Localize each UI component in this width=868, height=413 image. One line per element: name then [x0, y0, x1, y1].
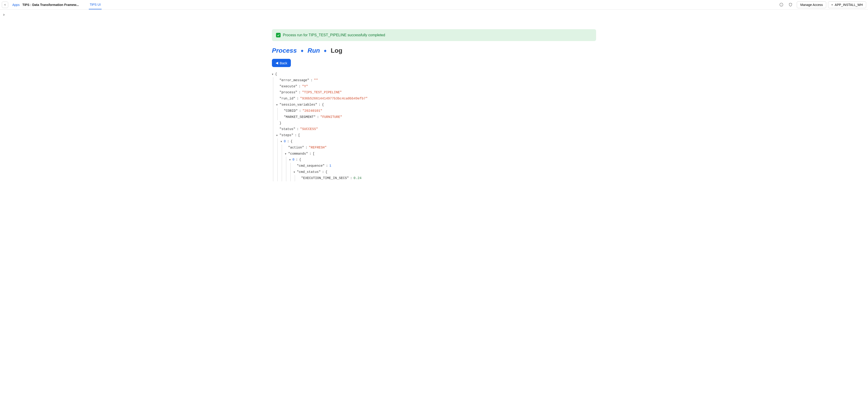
warehouse-label: APP_INSTALL_WH	[835, 3, 863, 7]
json-value: ""	[314, 77, 318, 83]
info-icon[interactable]	[779, 2, 783, 7]
json-key: "steps"	[279, 132, 293, 138]
caret-down-icon[interactable]: ▼	[285, 151, 288, 157]
check-icon	[276, 33, 281, 37]
status-dot-icon	[832, 4, 833, 5]
json-value: "936b526614414977b3bc4ca0bb49efb7"	[300, 96, 368, 102]
json-index: 0	[292, 157, 294, 163]
breadcrumb-title: TiPS : Data Transformation Framew...	[21, 3, 80, 7]
json-key: "cmd_sequence"	[297, 163, 324, 169]
json-key: "status"	[279, 126, 296, 132]
back-button-label: Back	[280, 61, 287, 65]
crumb-run[interactable]: Run	[308, 47, 320, 54]
manage-access-button[interactable]: Manage Access	[797, 1, 826, 8]
crumb-process[interactable]: Process	[272, 47, 297, 54]
caret-down-icon[interactable]: ▼	[276, 132, 279, 138]
diamond-icon: ◆	[324, 49, 327, 53]
json-key: "action"	[288, 145, 304, 151]
json-key: "cmd_status"	[297, 169, 320, 175]
nav-back-button[interactable]	[2, 2, 8, 8]
json-value: "Y"	[302, 83, 308, 90]
json-index: 0	[284, 138, 286, 145]
json-key: "process"	[279, 90, 297, 96]
json-log-viewer: ▼{ "error_message":"" "execute":"Y" "pro…	[272, 71, 596, 181]
caret-down-icon[interactable]: ▼	[276, 102, 279, 107]
json-key: "COBID"	[284, 108, 298, 114]
caret-down-icon[interactable]: ▼	[272, 71, 275, 77]
json-key: "execute"	[279, 83, 297, 90]
json-value: 0.24	[354, 175, 362, 181]
success-alert: Process run for TIPS_TEST_PIPELINE succe…	[272, 29, 596, 41]
expand-sidebar-button[interactable]	[2, 13, 6, 17]
json-value: "REFRESH"	[309, 145, 327, 151]
chevron-left-icon	[4, 3, 6, 6]
json-value: "TIPS_TEST_PIPELINE"	[302, 90, 342, 96]
json-value: "SUCCESS"	[300, 126, 318, 132]
json-key: "run_id"	[279, 96, 296, 102]
json-value: "20240101"	[303, 108, 322, 114]
caret-down-icon[interactable]: ▼	[289, 157, 292, 162]
json-value: 1	[330, 163, 332, 169]
caret-down-icon[interactable]: ▼	[293, 169, 296, 175]
warehouse-selector[interactable]: APP_INSTALL_WH	[828, 1, 866, 8]
main-content: Process run for TIPS_TEST_PIPELINE succe…	[263, 9, 605, 191]
json-key: "commands"	[288, 151, 308, 157]
json-key: "MARKET_SEGMENT"	[284, 114, 315, 120]
diamond-icon: ◆	[301, 49, 303, 53]
breadcrumb-apps[interactable]: Apps	[11, 3, 21, 7]
json-key: "error_message"	[279, 77, 309, 83]
json-value: "FURNITURE"	[320, 114, 342, 120]
back-button[interactable]: ◀ Back	[272, 59, 291, 67]
json-brace: {	[275, 71, 277, 77]
caret-down-icon[interactable]: ▼	[281, 138, 283, 144]
triangle-left-icon: ◀	[276, 61, 278, 65]
json-key: "session_variables"	[279, 102, 317, 108]
shield-icon[interactable]	[788, 2, 793, 7]
alert-text: Process run for TIPS_TEST_PIPELINE succe…	[283, 33, 385, 37]
json-brace: }	[279, 120, 281, 126]
tab-tips-ui[interactable]: TiPS UI	[89, 0, 102, 9]
crumb-log: Log	[331, 47, 342, 54]
page-breadcrumb: Process ◆ Run ◆ Log	[272, 47, 596, 54]
json-key: "EXECUTION_TIME_IN_SECS"	[301, 175, 349, 181]
topbar: Apps TiPS : Data Transformation Framew..…	[0, 0, 868, 9]
